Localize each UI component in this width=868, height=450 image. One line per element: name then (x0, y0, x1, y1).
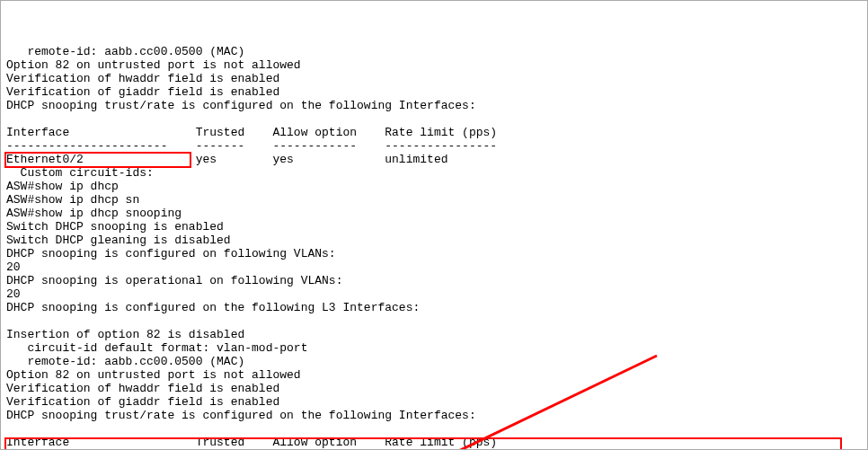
terminal-line: Interface Trusted Allow option Rate limi… (6, 436, 862, 449)
terminal-line: circuit-id default format: vlan-mod-port (6, 341, 862, 355)
terminal-line: DHCP snooping is configured on the follo… (6, 301, 862, 314)
terminal-line: Interface Trusted Allow option Rate limi… (6, 126, 862, 139)
terminal-line: Verification of giaddr field is enabled (6, 85, 862, 99)
terminal-line: DHCP snooping trust/rate is configured o… (6, 99, 862, 112)
terminal-line (6, 112, 862, 126)
terminal-line: DHCP snooping is operational on followin… (6, 274, 862, 287)
terminal-line: Option 82 on untrusted port is not allow… (6, 58, 862, 72)
terminal-line: ASW#show ip dhcp (6, 180, 862, 193)
terminal-line: Switch DHCP gleaning is disabled (6, 234, 862, 247)
terminal-line: Verification of hwaddr field is enabled (6, 72, 862, 85)
terminal-line: ASW#show ip dhcp snooping (6, 207, 862, 220)
terminal-line: remote-id: aabb.cc00.0500 (MAC) (6, 45, 862, 58)
terminal-line: remote-id: aabb.cc00.0500 (MAC) (6, 355, 862, 368)
terminal-line: Ethernet0/2 yes yes unlimited (6, 153, 862, 166)
terminal-line: Option 82 on untrusted port is not allow… (6, 368, 862, 382)
terminal-line: Switch DHCP snooping is enabled (6, 220, 862, 234)
terminal-line: Verification of giaddr field is enabled (6, 395, 862, 409)
terminal-line (6, 314, 862, 328)
terminal-line: Insertion of option 82 is disabled (6, 328, 862, 341)
terminal-line: DHCP snooping trust/rate is configured o… (6, 409, 862, 422)
terminal-line: Custom circuit-ids: (6, 166, 862, 180)
terminal-text-area: remote-id: aabb.cc00.0500 (MAC)Option 82… (1, 1, 867, 450)
terminal-line: DHCP snooping is configured on following… (6, 247, 862, 260)
terminal-line: 20 (6, 260, 862, 274)
terminal-line: ASW#show ip dhcp sn (6, 193, 862, 207)
terminal-line (6, 422, 862, 436)
terminal-line: Verification of hwaddr field is enabled (6, 382, 862, 395)
terminal-line: 20 (6, 287, 862, 301)
terminal-window[interactable]: remote-id: aabb.cc00.0500 (MAC)Option 82… (0, 0, 868, 450)
terminal-line: ----------------------- ------- --------… (6, 139, 862, 153)
